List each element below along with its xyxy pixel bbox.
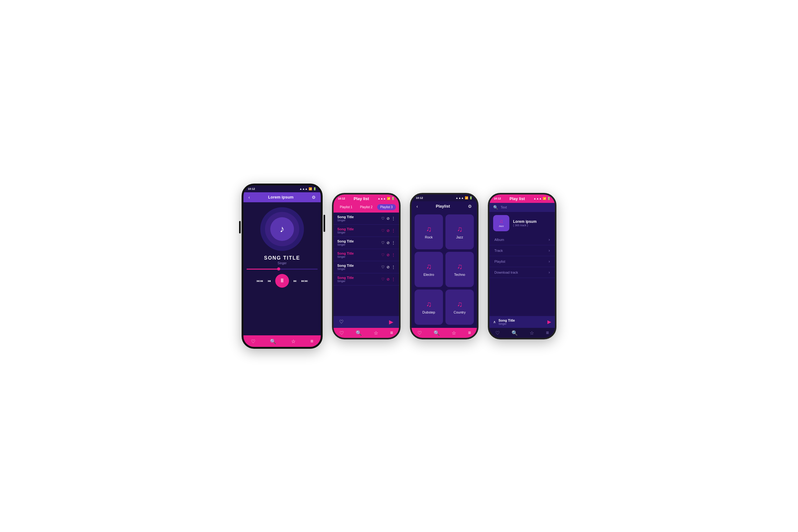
album-name: Lorem ipsum — [513, 220, 536, 224]
tab-playlist-3[interactable]: Playlist 3 — [377, 204, 396, 210]
nav-search-icon[interactable]: 🔍 — [270, 339, 276, 344]
screens-container: 10:12 ▲▲▲ 📶 🔋 ‹ Lorem ipsum ⚙ ♪ — [242, 184, 556, 349]
np-play-icon[interactable]: ▶ — [547, 319, 551, 325]
menu-item-track[interactable]: Track › — [489, 245, 555, 256]
rewind-button[interactable]: ⏮⏮ — [256, 279, 263, 283]
item-heart-icon[interactable]: ♡ — [381, 228, 385, 233]
nav-search-icon-3[interactable]: 🔍 — [434, 330, 440, 336]
item-heart-icon[interactable]: ♡ — [381, 265, 385, 269]
fast-forward-button[interactable]: ⏭⏭ — [301, 279, 308, 283]
item-heart-icon[interactable]: ♡ — [381, 241, 385, 245]
nav-search-icon-4[interactable]: 🔍 — [512, 330, 518, 336]
nav-star-icon-3[interactable]: ☆ — [452, 330, 456, 336]
nav-heart-icon-2[interactable]: ♡ — [340, 330, 344, 336]
menu-arrow-icon: › — [549, 248, 550, 253]
back-button[interactable]: ‹ — [248, 195, 250, 200]
np-chevron-icon[interactable]: ∧ — [493, 320, 496, 324]
disc-ring: ♪ — [265, 212, 299, 246]
list-item[interactable]: Song Title Singer ♡ ⊘ ⋮ — [334, 212, 399, 225]
item-block-icon[interactable]: ⊘ — [386, 241, 390, 245]
music-note-icon: ♪ — [280, 224, 285, 234]
settings-icon[interactable]: ⚙ — [312, 195, 316, 200]
bottom-heart-icon[interactable]: ♡ — [339, 319, 343, 325]
item-more-icon[interactable]: ⋮ — [392, 241, 395, 245]
genre-card-country[interactable]: ♫ Country — [445, 289, 474, 325]
nav-heart-icon[interactable]: ♡ — [251, 339, 255, 344]
genre-music-icon: ♫ — [426, 262, 432, 271]
item-more-icon[interactable]: ⋮ — [392, 265, 395, 269]
status-time-2: 10:12 — [338, 197, 345, 200]
player-area: ♪ SONG TITLE Singer ⏮⏮ ⏮ ⏸ ⏭ — [244, 202, 321, 335]
side-button-right[interactable] — [324, 215, 325, 232]
nav-menu-icon[interactable]: ≡ — [310, 339, 313, 344]
item-more-icon[interactable]: ⋮ — [392, 253, 395, 257]
now-playing-bar: ∧ Song Title Singer ▶ — [489, 316, 555, 328]
list-item[interactable]: Song Title Singer ♡ ⊘ ⋮ — [334, 225, 399, 237]
nav-star-icon[interactable]: ☆ — [291, 339, 296, 344]
next-button[interactable]: ⏭ — [293, 279, 297, 283]
nav-menu-icon-3[interactable]: ≡ — [468, 330, 471, 336]
item-title: Song Title — [337, 215, 381, 219]
prev-button[interactable]: ⏮ — [267, 279, 271, 283]
genre-label-dubstep: Dubstep — [422, 310, 435, 314]
phone-playlist: 10:12 Play list ▲▲▲ 📶 🔋 Playlist 1 Playl… — [332, 193, 401, 339]
tab-playlist-2[interactable]: Playlist 2 — [357, 204, 376, 210]
genre-card-rock[interactable]: ♫ Rock — [415, 214, 443, 250]
item-info: Song Title Singer — [337, 264, 381, 270]
genre-grid: ♫ Rock ♫ Jazz ♫ Electro ♫ Techno ♫ Dubst… — [412, 211, 477, 328]
album-info: ♫ Jazz Lorem ipsum ( 365 track ) — [489, 212, 555, 234]
genre-card-electro[interactable]: ♫ Electro — [415, 252, 443, 287]
menu-item-album[interactable]: Album › — [489, 234, 555, 245]
item-block-icon[interactable]: ⊘ — [386, 253, 390, 257]
list-item[interactable]: Song Title Singer ♡ ⊘ ⋮ — [334, 237, 399, 249]
play-pause-button[interactable]: ⏸ — [275, 274, 289, 288]
battery-icon: 🔋 — [313, 187, 317, 190]
genre-back-button[interactable]: ‹ — [416, 204, 418, 209]
phone-player: 10:12 ▲▲▲ 📶 🔋 ‹ Lorem ipsum ⚙ ♪ — [242, 184, 323, 349]
genre-card-dubstep[interactable]: ♫ Dubstep — [415, 289, 443, 325]
genre-label-techno: Techno — [454, 273, 465, 277]
list-item[interactable]: Song Title Singer ♡ ⊘ ⋮ — [334, 261, 399, 273]
bottom-nav-2: ♡ 🔍 ☆ ≡ — [334, 328, 399, 338]
genre-card-jazz[interactable]: ♫ Jazz — [445, 214, 474, 250]
item-more-icon[interactable]: ⋮ — [392, 216, 395, 221]
status-icons-3: ▲▲▲ 📶 🔋 — [455, 196, 473, 200]
nav-star-icon-4[interactable]: ☆ — [530, 330, 534, 336]
item-heart-icon[interactable]: ♡ — [381, 277, 385, 281]
item-block-icon[interactable]: ⊘ — [386, 277, 390, 281]
np-title: Song Title — [498, 319, 545, 322]
search-bar[interactable]: 🔍 Text — [489, 203, 555, 212]
nav-search-icon-2[interactable]: 🔍 — [356, 330, 362, 336]
item-more-icon[interactable]: ⋮ — [392, 277, 395, 281]
side-button-left[interactable] — [239, 221, 241, 233]
bottom-nav-1: ♡ 🔍 ☆ ≡ — [244, 335, 321, 347]
bottom-play-icon[interactable]: ▶ — [389, 319, 393, 325]
playlist-bottom: ♡ ▶ — [334, 316, 399, 328]
item-title: Song Title — [337, 239, 381, 243]
signal-icon-4: ▲▲▲ — [533, 197, 542, 200]
signal-icon: ▲▲▲ — [299, 187, 308, 190]
item-heart-icon[interactable]: ♡ — [381, 216, 385, 221]
genre-card-techno[interactable]: ♫ Techno — [445, 252, 474, 287]
nav-menu-icon-2[interactable]: ≡ — [390, 330, 393, 336]
progress-thumb[interactable] — [277, 267, 280, 270]
item-more-icon[interactable]: ⋮ — [392, 228, 395, 233]
progress-bar[interactable] — [247, 269, 318, 270]
nav-menu-icon-4[interactable]: ≡ — [546, 330, 549, 336]
menu-item-playlist[interactable]: Playlist › — [489, 256, 555, 267]
item-singer: Singer — [337, 231, 381, 234]
tab-playlist-1[interactable]: Playlist 1 — [337, 204, 355, 210]
item-block-icon[interactable]: ⊘ — [386, 228, 390, 233]
item-block-icon[interactable]: ⊘ — [386, 265, 390, 269]
genre-settings-icon[interactable]: ⚙ — [468, 204, 472, 209]
item-heart-icon[interactable]: ♡ — [381, 253, 385, 257]
genre-label-rock: Rock — [425, 235, 433, 239]
nav-heart-icon-3[interactable]: ♡ — [417, 330, 422, 336]
nav-star-icon-2[interactable]: ☆ — [374, 330, 378, 336]
item-block-icon[interactable]: ⊘ — [386, 216, 390, 221]
progress-bg — [247, 269, 318, 270]
list-item[interactable]: Song Title Singer ♡ ⊘ ⋮ — [334, 249, 399, 261]
menu-item-download[interactable]: Download track › — [489, 267, 555, 278]
list-item[interactable]: Song Title Singer ♡ ⊘ ⋮ — [334, 273, 399, 285]
nav-heart-icon-4[interactable]: ♡ — [495, 330, 500, 336]
